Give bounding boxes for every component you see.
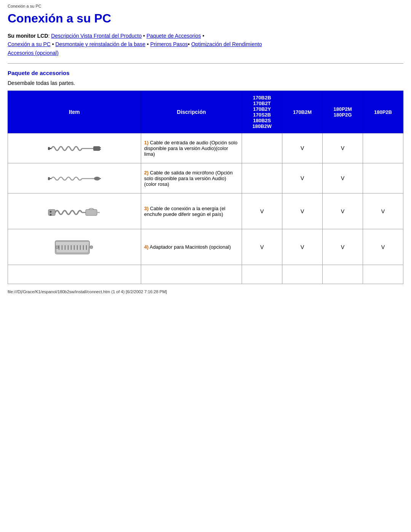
header-description: Discripción [141, 91, 242, 133]
empty-cell-1 [8, 265, 141, 284]
svg-point-30 [90, 246, 93, 249]
empty-cell-5 [322, 265, 363, 284]
desc-cell-4: 4) Adaptador para Macintosh (opcional) [141, 229, 242, 265]
col3-cell-2: V [322, 163, 363, 193]
num-label-2: 2) [144, 170, 149, 176]
svg-rect-1 [48, 147, 50, 150]
svg-rect-18 [55, 241, 89, 254]
col4-cell-3: V [363, 193, 403, 229]
item-cell-4 [8, 229, 141, 265]
num-label-4: 4) [144, 244, 149, 250]
nav-link-0[interactable]: Descripción Vista Frontal del Producto [51, 33, 142, 39]
desc-cell-2: 2) Cable de salida de micrófono (Opción … [141, 163, 242, 193]
desc-text-4: Adaptador para Macintosh (opcional) [150, 244, 231, 250]
intro-text: Desembale todas las partes. [8, 80, 403, 86]
svg-point-12 [50, 211, 52, 213]
col2-cell-4: V [282, 229, 322, 265]
svg-point-9 [94, 177, 100, 181]
accessories-table: Item Discripción 170B2B 170B2T 170B2Y 17… [8, 91, 403, 284]
desc-text-2: Cable de salida de micrófono (Opción sol… [144, 170, 233, 187]
item-cell-1 [8, 133, 141, 163]
header-item: Item [8, 91, 141, 133]
empty-cell-6 [363, 265, 403, 284]
col3-cell-4: V [322, 229, 363, 265]
table-row: 4) Adaptador para Macintosh (opcional) V… [8, 229, 403, 265]
table-row: 1) Cable de entrada de audio (Opción sol… [8, 133, 403, 163]
nav-link-6[interactable]: Accesorios (opcional) [8, 50, 59, 56]
svg-rect-3 [93, 146, 100, 151]
desc-text-1: Cable de entrada de audio (Opción solo d… [144, 140, 237, 157]
col4-cell-2 [363, 163, 403, 193]
col1-cell-4: V [242, 229, 282, 265]
num-label-1: 1) [144, 140, 149, 145]
empty-cell-4 [282, 265, 322, 284]
col1-cell-1 [242, 133, 282, 163]
col2-cell-2: V [282, 163, 322, 193]
browser-tab: Conexión a su PC [8, 4, 403, 8]
col2-cell-3: V [282, 193, 322, 229]
item-cell-2 [8, 163, 141, 193]
section-title: Paquete de accesorios [8, 70, 403, 76]
cable-icon-2 [48, 167, 101, 188]
nav-prefix: Su monitor LCD [8, 33, 48, 39]
cable-icon-4 [48, 233, 101, 260]
col4-cell-1 [363, 133, 403, 163]
header-col1: 170B2B 170B2T 170B2Y 170S2B 180B2S 180B2… [242, 91, 282, 133]
col1-cell-3: V [242, 193, 282, 229]
page-title: Conexión a su PC [8, 11, 403, 26]
footer-bar: file:///D|/Grace/K1/espanol/180b2sw/inst… [8, 289, 403, 294]
col3-cell-1: V [322, 133, 363, 163]
nav-section: Su monitor LCD: Descripción Vista Fronta… [8, 32, 403, 57]
col4-cell-4: V [363, 229, 403, 265]
nav-link-5[interactable]: Optimización del Rendimiento [191, 41, 262, 47]
header-col3: 180P2M 180P2G [322, 91, 363, 133]
table-row-empty [8, 265, 403, 284]
table-row: 2) Cable de salida de micrófono (Opción … [8, 163, 403, 193]
col2-cell-1: V [282, 133, 322, 163]
svg-rect-11 [48, 209, 55, 216]
col3-cell-3: V [322, 193, 363, 229]
svg-rect-7 [48, 177, 50, 180]
header-col4: 180P2B [363, 91, 403, 133]
header-col2: 170B2M [282, 91, 322, 133]
desc-cell-3: 3) Cable de conexión a la energía (el en… [141, 193, 242, 229]
table-row: 3) Cable de conexión a la energía (el en… [8, 193, 403, 229]
item-cell-3 [8, 193, 141, 229]
empty-cell-3 [242, 265, 282, 284]
nav-link-3[interactable]: Desmontaje y reinstalación de la base [56, 41, 146, 47]
divider [8, 63, 403, 64]
nav-link-4[interactable]: Primeros Pasos [150, 41, 188, 47]
nav-link-2[interactable]: Conexión a su PC [8, 41, 51, 47]
cable-icon-1 [48, 137, 101, 158]
col1-cell-2 [242, 163, 282, 193]
svg-rect-15 [86, 209, 97, 216]
cable-icon-3 [48, 197, 101, 224]
nav-link-1[interactable]: Paquete de Accesorios [147, 33, 201, 39]
desc-text-3: Cable de conexión a la energía (el enchu… [144, 206, 225, 217]
empty-cell-2 [141, 265, 242, 284]
svg-point-13 [50, 214, 52, 216]
num-label-3: 3) [144, 206, 149, 211]
desc-cell-1: 1) Cable de entrada de audio (Opción sol… [141, 133, 242, 163]
